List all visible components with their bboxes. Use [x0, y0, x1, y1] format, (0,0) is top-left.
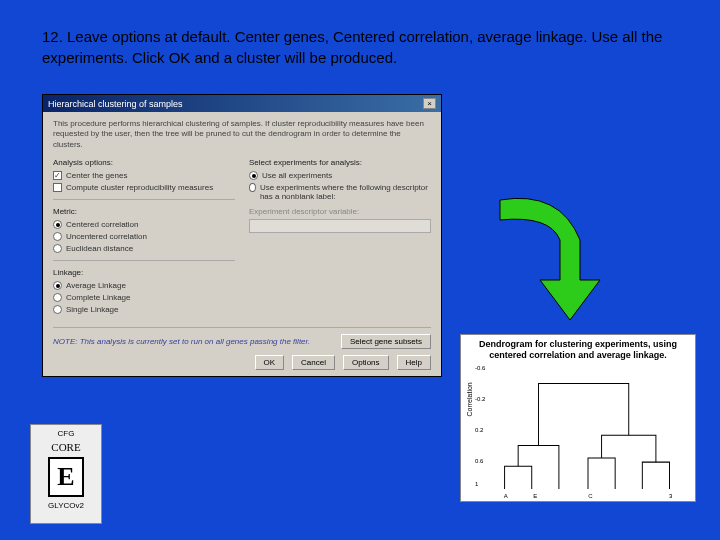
arrow-icon	[480, 180, 620, 330]
use-where-label: Use experiments where the following desc…	[260, 183, 431, 201]
euclidean-option[interactable]: Euclidean distance	[53, 244, 235, 253]
exp-desc-label: Experiment descriptor variable:	[249, 207, 431, 216]
checkbox-icon[interactable]	[53, 171, 62, 180]
left-column: Analysis options: Center the genes Compu…	[53, 158, 235, 317]
use-all-option[interactable]: Use all experiments	[249, 171, 431, 180]
ytick: 1	[475, 481, 478, 487]
compute-repro-label: Compute cluster reproducibility measures	[66, 183, 213, 192]
dendrogram-title: Dendrogram for clustering experiments, u…	[465, 339, 691, 361]
exp-desc-field	[249, 219, 431, 233]
centered-corr-label: Centered correlation	[66, 220, 138, 229]
radio-icon[interactable]	[53, 305, 62, 314]
ytick: -0.2	[475, 396, 485, 402]
y-axis-label: Correlation	[466, 382, 473, 416]
centered-corr-option[interactable]: Centered correlation	[53, 220, 235, 229]
cancel-button[interactable]: Cancel	[292, 355, 335, 370]
xlabel: E	[533, 493, 537, 499]
dendrogram-lines	[491, 365, 685, 489]
avg-linkage-label: Average Linkage	[66, 281, 126, 290]
single-linkage-label: Single Linkage	[66, 305, 118, 314]
radio-icon[interactable]	[249, 171, 258, 180]
xlabel: A	[504, 493, 508, 499]
analysis-options-label: Analysis options:	[53, 158, 235, 167]
close-icon[interactable]: ×	[423, 98, 436, 109]
checkbox-icon[interactable]	[53, 183, 62, 192]
radio-icon[interactable]	[53, 232, 62, 241]
center-genes-label: Center the genes	[66, 171, 127, 180]
note-text: NOTE: This analysis is currently set to …	[53, 337, 337, 346]
use-all-label: Use all experiments	[262, 171, 332, 180]
dialog-titlebar: Hierarchical clustering of samples ×	[43, 95, 441, 112]
radio-icon[interactable]	[53, 281, 62, 290]
radio-icon[interactable]	[53, 244, 62, 253]
dendrogram-chart: Dendrogram for clustering experiments, u…	[460, 334, 696, 502]
dendrogram-plot: Correlation -0.6 -0.2 0.2 0.6 1 A E C 3	[491, 365, 685, 489]
ytick: 0.6	[475, 458, 483, 464]
uncentered-corr-label: Uncentered correlation	[66, 232, 147, 241]
dialog-description: This procedure performs hierarchical clu…	[53, 119, 431, 150]
ytick: -0.6	[475, 365, 485, 371]
right-column: Select experiments for analysis: Use all…	[249, 158, 431, 317]
x-axis-labels: A E C 3	[491, 493, 685, 499]
options-button[interactable]: Options	[343, 355, 389, 370]
logo-letter: E	[48, 457, 84, 497]
ytick: 0.2	[475, 427, 483, 433]
dialog-title: Hierarchical clustering of samples	[48, 99, 183, 109]
ok-button[interactable]: OK	[255, 355, 285, 370]
use-where-option[interactable]: Use experiments where the following desc…	[249, 183, 431, 201]
xlabel: 3	[669, 493, 672, 499]
select-experiments-label: Select experiments for analysis:	[249, 158, 431, 167]
logo-top: CFG	[35, 429, 97, 438]
euclidean-label: Euclidean distance	[66, 244, 133, 253]
instruction-text: 12. Leave options at default. Center gen…	[42, 26, 672, 68]
cfg-logo: CFG CORE E GLYCOv2	[30, 424, 102, 524]
radio-icon[interactable]	[53, 293, 62, 302]
uncentered-corr-option[interactable]: Uncentered correlation	[53, 232, 235, 241]
complete-linkage-label: Complete Linkage	[66, 293, 130, 302]
radio-icon[interactable]	[249, 183, 256, 192]
center-genes-option[interactable]: Center the genes	[53, 171, 235, 180]
clustering-dialog: Hierarchical clustering of samples × Thi…	[42, 94, 442, 377]
linkage-label: Linkage:	[53, 268, 235, 277]
complete-linkage-option[interactable]: Complete Linkage	[53, 293, 235, 302]
logo-core: CORE	[35, 441, 97, 453]
metric-label: Metric:	[53, 207, 235, 216]
dialog-body: This procedure performs hierarchical clu…	[43, 112, 441, 376]
select-gene-subsets-button[interactable]: Select gene subsets	[341, 334, 431, 349]
radio-icon[interactable]	[53, 220, 62, 229]
logo-bottom: GLYCOv2	[35, 501, 97, 510]
xlabel: C	[588, 493, 592, 499]
avg-linkage-option[interactable]: Average Linkage	[53, 281, 235, 290]
compute-repro-option[interactable]: Compute cluster reproducibility measures	[53, 183, 235, 192]
help-button[interactable]: Help	[397, 355, 431, 370]
single-linkage-option[interactable]: Single Linkage	[53, 305, 235, 314]
